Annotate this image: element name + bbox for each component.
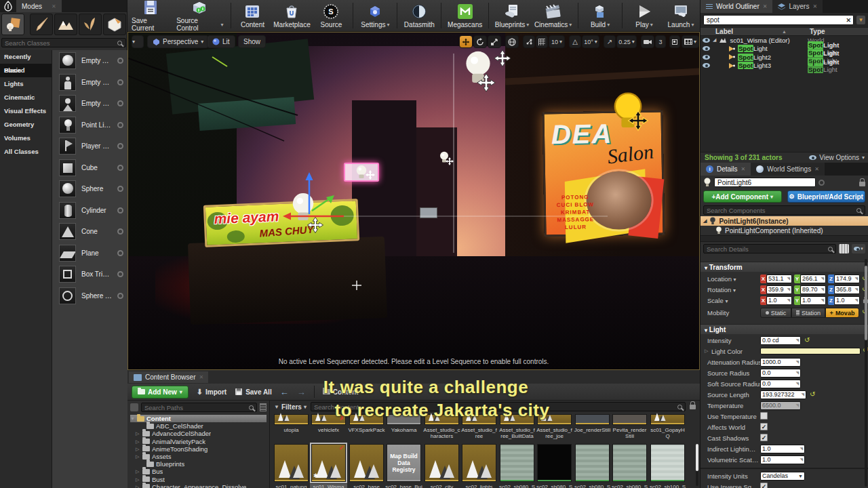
maximize-viewport-button[interactable]	[669, 35, 680, 48]
grid-snap-button[interactable]	[536, 35, 548, 48]
camera-perspective-button[interactable]: Perspective▾	[147, 35, 209, 48]
placeable-sphere[interactable]: Sphere	[52, 178, 127, 200]
assets-scrollbar[interactable]	[696, 444, 698, 486]
surface-snap-button[interactable]	[523, 35, 535, 48]
content-button[interactable]: Content	[237, 3, 267, 28]
add-component-button[interactable]: +Add Component▾	[703, 190, 782, 203]
blueprint-add-script-button[interactable]: ⚙Blueprint/Add Script	[787, 190, 866, 203]
place-mode-button[interactable]	[1, 14, 24, 35]
rename-icon[interactable]	[818, 180, 825, 186]
mobility-stationary-button[interactable]: Station	[791, 308, 825, 318]
placeable-cone[interactable]: Cone	[52, 221, 127, 243]
component-row-selected[interactable]: ◢ PointLight6(Instance)	[701, 216, 868, 226]
geometry-mode-button[interactable]	[103, 14, 126, 35]
search-paths-input[interactable]	[141, 403, 257, 412]
outliner-settings-icon[interactable]: ▼	[856, 16, 865, 24]
expander-icon[interactable]: ◢	[713, 37, 716, 43]
soft-source-radius-input[interactable]: 0.0◥	[760, 380, 801, 388]
property-matrix-icon[interactable]	[839, 244, 849, 253]
drag-handle-icon[interactable]	[117, 58, 123, 64]
source-button[interactable]: S Source	[316, 3, 346, 28]
placeable-cylinder[interactable]: Cylinder	[52, 200, 127, 222]
intensity-input[interactable]: 0.0 cd◥	[760, 336, 801, 345]
show-menu-button[interactable]: Show	[238, 35, 266, 48]
light-color-swatch[interactable]	[760, 348, 861, 354]
component-row-child[interactable]: PointLightComponent (Inherited)	[701, 226, 868, 235]
drag-handle-icon[interactable]	[117, 228, 123, 235]
column-header-type[interactable]: Type	[810, 28, 868, 35]
actor-name-input[interactable]	[714, 178, 816, 187]
back-button[interactable]: ←	[280, 387, 289, 397]
rotation-x-input[interactable]: 359.9◥	[766, 285, 792, 294]
drag-handle-icon[interactable]	[117, 165, 123, 171]
drag-handle-icon[interactable]	[117, 186, 123, 192]
asset-tile-selected[interactable]: ✓✱	[311, 444, 346, 482]
mobility-movable-button[interactable]: +Movab	[825, 308, 859, 318]
viewport-options-button[interactable]: ▾	[132, 35, 144, 48]
location-label[interactable]: Location ▾	[707, 274, 736, 284]
tree-item[interactable]: ▷Bust	[130, 476, 267, 483]
intensity-units-dropdown[interactable]: Candelas▼	[760, 472, 805, 481]
rotate-tool-button[interactable]	[473, 35, 487, 48]
world-settings-tab[interactable]: World Settings✕	[751, 163, 825, 176]
tree-item[interactable]: ▷Assets	[130, 453, 267, 460]
mobility-static-button[interactable]: Static	[760, 308, 791, 318]
category-basic[interactable]: Basic	[0, 64, 52, 77]
rotation-snap-button[interactable]: △	[569, 35, 581, 48]
indirect-lighting-input[interactable]: 1.0◥	[760, 445, 805, 453]
visibility-eye-icon[interactable]	[703, 55, 710, 60]
close-icon[interactable]: ✕	[199, 374, 203, 380]
camera-speed-button[interactable]	[641, 35, 654, 48]
affects-world-checkbox[interactable]: ✓	[760, 423, 768, 430]
category-lights[interactable]: Lights	[0, 77, 52, 91]
lock-icon[interactable]	[690, 405, 696, 409]
collapse-sources-icon[interactable]	[130, 403, 138, 411]
rotation-z-input[interactable]: 365.8◥	[834, 285, 860, 294]
close-icon[interactable]: ✕	[52, 3, 56, 9]
megascans-button[interactable]: Megascans	[448, 3, 481, 28]
asset-tile[interactable]	[650, 444, 685, 482]
display-filter-button[interactable]: ▾	[852, 244, 865, 253]
attenuation-radius-input[interactable]: 1000.0◥	[760, 358, 801, 367]
category-recently-placed[interactable]: Recently Placed	[0, 50, 52, 64]
play-button[interactable]: Play▾	[629, 3, 659, 28]
tree-item-content[interactable]: ▼Content	[130, 415, 267, 422]
tree-item[interactable]: ▷Bus	[130, 468, 267, 475]
save-current-button[interactable]: Save Current	[132, 0, 170, 32]
placeable-empty-character[interactable]: Empty Charact	[52, 72, 127, 94]
search-classes-input[interactable]	[1, 38, 126, 47]
asset-tile[interactable]	[612, 444, 647, 482]
tree-item[interactable]: ABC_CelShader	[130, 422, 267, 430]
grid-snap-value-button[interactable]: 10▾	[549, 35, 565, 48]
asset-tile[interactable]	[274, 444, 309, 482]
drag-handle-icon[interactable]	[117, 100, 123, 106]
light-bulb-sprite[interactable]	[357, 165, 366, 178]
scale-y-input[interactable]: 1.0◥	[800, 296, 826, 305]
asset-tile[interactable]	[462, 444, 496, 482]
transform-section-header[interactable]: ▾ Transform	[701, 262, 868, 272]
inverse-squared-checkbox[interactable]: ✓	[760, 483, 768, 488]
world-local-toggle-button[interactable]	[505, 35, 519, 48]
source-control-button[interactable]: Source Control▾	[176, 0, 223, 32]
cinematics-button[interactable]: Cinematics▾	[535, 3, 571, 28]
marketplace-button[interactable]: Marketplace	[274, 3, 309, 28]
asset-tile[interactable]	[274, 414, 309, 425]
landscape-mode-button[interactable]	[54, 14, 77, 35]
placeable-sphere-trigger[interactable]: Sphere Trigger	[52, 285, 127, 307]
tree-item[interactable]: ▷AnimeToonShading	[130, 445, 267, 453]
import-button[interactable]: ⬇Import	[197, 388, 226, 396]
move-sprite-icon[interactable]	[307, 217, 323, 232]
clear-search-icon[interactable]: ✕	[846, 17, 851, 24]
use-temperature-checkbox[interactable]	[760, 412, 768, 420]
category-cinematic[interactable]: Cinematic	[0, 91, 52, 104]
view-list-icon[interactable]	[260, 403, 267, 411]
rotation-snap-value-button[interactable]: 10°▾	[582, 35, 599, 48]
asset-tile[interactable]	[612, 414, 647, 425]
filters-button[interactable]: ▼Filters▾	[274, 403, 307, 411]
layers-tab[interactable]: Layers✕	[772, 0, 823, 13]
asset-tile[interactable]	[575, 444, 610, 482]
drag-handle-icon[interactable]	[117, 143, 123, 149]
modes-tab[interactable]: Modes✕	[16, 0, 62, 12]
build-button[interactable]: Build▾	[585, 3, 615, 28]
placeable-point-light[interactable]: Point Light	[52, 115, 127, 136]
